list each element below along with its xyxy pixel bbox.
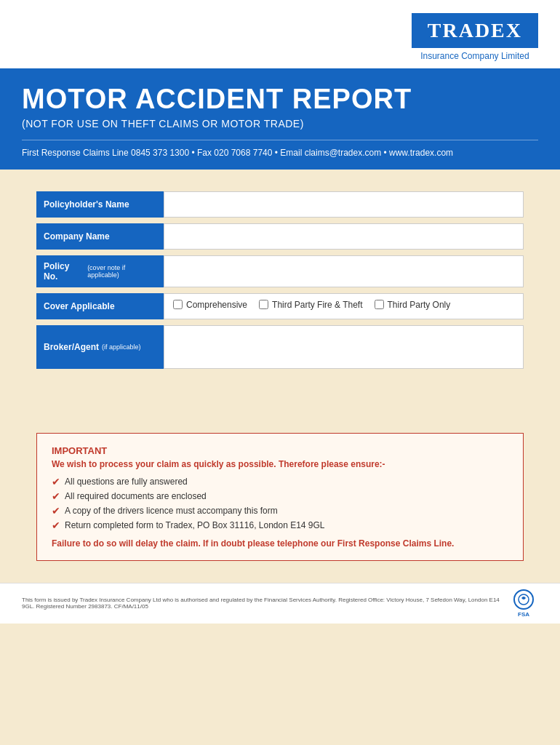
- banner-contact: First Response Claims Line 0845 373 1300…: [22, 140, 538, 158]
- fsa-logo: FSA: [509, 589, 538, 618]
- input-area-policyholders-name[interactable]: [164, 191, 524, 218]
- field-broker-agent: Broker/Agent(if applicable): [36, 325, 524, 369]
- input-area-company-name[interactable]: [164, 223, 524, 250]
- cover-option-tpft[interactable]: Third Party Fire & Theft: [259, 300, 362, 310]
- checkbox-comprehensive[interactable]: [173, 300, 183, 309]
- cover-option-comprehensive[interactable]: Comprehensive: [173, 300, 247, 310]
- check-icon-1: ✔: [52, 476, 60, 487]
- input-company-name[interactable]: [164, 224, 523, 249]
- label-company-name: Company Name: [36, 223, 164, 250]
- important-subtitle: We wish to process your claim as quickly…: [52, 459, 508, 469]
- form-area: Policyholder's Name Company Name Policy …: [0, 170, 560, 389]
- input-policy-no[interactable]: [164, 256, 523, 287]
- banner-subtitle: (NOT FOR USE ON THEFT CLAIMS OR MOTOR TR…: [22, 118, 538, 130]
- important-warning: Failure to do so will delay the claim. I…: [52, 538, 508, 549]
- footer-text: This form is issued by Tradex Insurance …: [22, 597, 509, 610]
- cover-options: Comprehensive Third Party Fire & Theft T…: [164, 294, 523, 316]
- header: TRADEX Insurance Company Limited: [0, 0, 560, 68]
- label-policyholders-name: Policyholder's Name: [36, 191, 164, 218]
- input-broker-agent[interactable]: [164, 326, 523, 368]
- banner-title: MOTOR ACCIDENT REPORT: [22, 84, 538, 115]
- cover-option-tpo[interactable]: Third Party Only: [375, 300, 451, 310]
- logo-title: TRADEX: [428, 19, 522, 42]
- label-policy-no: Policy No.(cover note if applicable): [36, 255, 164, 287]
- checklist-item-1: ✔ All questions are fully answered: [52, 477, 508, 487]
- logo-box: TRADEX: [412, 13, 538, 48]
- checklist-item-4: ✔ Return completed form to Tradex, PO Bo…: [52, 520, 508, 531]
- input-area-broker-agent[interactable]: [164, 325, 524, 369]
- fsa-label: FSA: [518, 611, 529, 618]
- check-icon-2: ✔: [52, 490, 60, 502]
- logo-subtitle: Insurance Company Limited: [412, 51, 538, 61]
- field-policyholders-name: Policyholder's Name: [36, 191, 524, 218]
- footer: This form is issued by Tradex Insurance …: [0, 583, 560, 624]
- checklist: ✔ All questions are fully answered ✔ All…: [52, 477, 508, 531]
- check-icon-4: ✔: [52, 519, 60, 531]
- blue-banner: MOTOR ACCIDENT REPORT (NOT FOR USE ON TH…: [0, 68, 560, 170]
- checkbox-tpo[interactable]: [375, 300, 384, 309]
- important-title: IMPORTANT: [52, 445, 508, 456]
- input-policyholders-name[interactable]: [164, 192, 523, 217]
- checklist-item-3: ✔ A copy of the drivers licence must acc…: [52, 506, 508, 517]
- important-box: IMPORTANT We wish to process your claim …: [36, 433, 524, 561]
- label-cover-applicable: Cover Applicable: [36, 293, 164, 319]
- field-cover-applicable: Cover Applicable Comprehensive Third Par…: [36, 293, 524, 319]
- input-area-cover-applicable: Comprehensive Third Party Fire & Theft T…: [164, 293, 524, 319]
- check-icon-3: ✔: [52, 505, 60, 517]
- fsa-circle-icon: [513, 589, 534, 610]
- checklist-item-2: ✔ All required documents are enclosed: [52, 491, 508, 502]
- field-company-name: Company Name: [36, 223, 524, 250]
- label-broker-agent: Broker/Agent(if applicable): [36, 325, 164, 369]
- input-area-policy-no[interactable]: [164, 255, 524, 287]
- checkbox-tpft[interactable]: [259, 300, 268, 309]
- field-policy-no: Policy No.(cover note if applicable): [36, 255, 524, 287]
